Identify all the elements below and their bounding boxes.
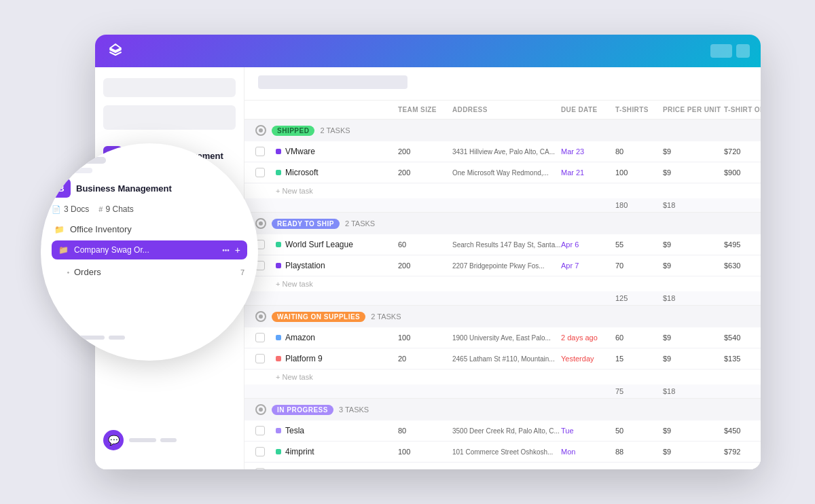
table-row[interactable]: Tesla 80 3500 Deer Creek Rd, Palo Alto, … [244,420,761,442]
subtotal-tshirts: 75 [615,387,663,395]
cell-tshirts: 15 [615,355,663,363]
table-row[interactable]: Amazon 100 1900 University Ave, East Pal… [244,327,761,348]
topbar-button-1[interactable] [710,44,732,58]
status-pill: READY TO SHIP [272,219,340,229]
table-row[interactable]: 4imprint 100 101 Commerce Street Oshkosh… [244,442,761,463]
cell-duedate: 2 days ago [561,334,615,342]
content-header [244,67,761,101]
subtotal-tshirts: 125 [615,294,663,302]
cell-total: $720 [724,147,761,156]
row-company-name: Playstation [285,261,325,270]
subtotal-row: 75 $18 [244,384,761,399]
bottom-line-1 [129,438,156,442]
topbar-button-2[interactable] [736,44,750,58]
tasks-count: 2 TASKS [320,126,350,134]
table-header: TEAM SIZE ADDRESS DUE DATE T-SHIRTS PRIC… [244,101,761,120]
sidebar-avatar [103,105,236,130]
section-toggle[interactable] [255,218,266,229]
cell-duedate: Mon [561,448,615,456]
color-dot [276,335,281,340]
new-task-row[interactable]: + New task [244,370,761,384]
col-price: PRICE PER UNIT [663,106,724,113]
new-task-row[interactable]: + New task [244,183,761,198]
row-name-cell: Amazon [276,333,398,342]
status-pill: SHIPPED [272,126,314,136]
cell-tshirts: 55 [615,240,663,249]
cell-total: $495 [724,240,761,249]
subtotal-row: 180 $18 [244,198,761,213]
col-name [276,106,398,113]
table-container[interactable]: TEAM SIZE ADDRESS DUE DATE T-SHIRTS PRIC… [244,101,761,469]
cell-teamsize: 100 [398,334,452,342]
cell-address: 7007 Friars Rd #900B, San... [452,469,561,470]
table-row[interactable]: Playstation 200 2207 Bridgepointe Pkwy F… [244,255,761,276]
cell-duedate: Mar 23 [561,147,615,156]
new-task-row[interactable]: + New task [244,276,761,291]
section-header: READY TO SHIP 2 TASKS [244,213,761,234]
cell-address: 2465 Latham St #110, Mountain... [452,355,561,363]
tasks-count: 2 TASKS [345,219,375,228]
row-name-cell: 4imprint [276,447,398,456]
topbar-controls [710,44,750,58]
status-pill: WAITING ON SUPPLIES [272,312,365,322]
color-dot [276,356,281,361]
app-logo [106,41,125,60]
cell-address: 3431 Hillview Ave, Palo Alto, CA... [452,147,561,156]
cell-price: $9 [663,147,724,156]
chat-bubble-icon[interactable]: 💬 [103,430,124,450]
topbar [95,35,761,67]
row-checkbox[interactable] [255,468,265,469]
color-dot [276,170,281,175]
sidebar-search[interactable] [103,78,236,97]
section-header: SHIPPED 2 TASKS [244,120,761,141]
cell-tshirts: 60 [615,334,663,342]
section-header: IN PROGRESS 3 TASKS [244,399,761,420]
col-check [255,106,276,113]
section-ready-to-ship: READY TO SHIP 2 TASKS World Surf League … [244,213,761,306]
section-toggle[interactable] [255,125,266,136]
cell-teamsize: 20 [398,469,452,469]
cell-price: $9 [663,334,724,342]
table-row[interactable]: VMware 200 3431 Hillview Ave, Palo Alto,… [244,141,761,162]
color-dot [276,242,281,247]
cell-address: One Microsoft Way Redmond,... [452,168,561,177]
row-company-name: Platform 9 [285,354,323,363]
row-checkbox[interactable] [255,447,265,456]
cell-total: $540 [724,334,761,342]
cell-teamsize: 80 [398,427,452,435]
section-toggle[interactable] [255,404,266,415]
table-row[interactable]: Platform 9 20 2465 Latham St #110, Mount… [244,348,761,370]
row-company-name: VMware [285,147,315,156]
row-name-cell: Platform 9 [276,354,398,363]
cell-duedate: Apr 7 [561,262,615,270]
col-tshirts: T-SHIRTS [615,106,663,113]
bottom-line-2 [160,438,177,442]
cell-duedate: Yesterday [561,355,615,363]
cell-tshirts: 88 [615,448,663,456]
row-company-name: lululemon [285,468,320,469]
table-row[interactable]: World Surf League 60 Search Results 147 … [244,234,761,255]
cell-tshirts: 50 [615,427,663,435]
col-duedate: DUE DATE [561,106,615,113]
row-checkbox[interactable] [255,426,265,435]
row-name-cell: World Surf League [276,240,398,249]
cell-tshirts: 80 [615,147,663,156]
cell-price: $9 [663,262,724,270]
cell-address: 3500 Deer Creek Rd, Palo Alto, C... [452,427,561,435]
subtotal-price: $18 [663,294,724,302]
color-dot [276,149,281,154]
row-checkbox[interactable] [255,168,265,177]
cell-duedate: Apr 6 [561,240,615,249]
cell-price: $9 [663,469,724,469]
row-checkbox[interactable] [255,147,265,156]
row-checkbox[interactable] [255,333,265,342]
cell-teamsize: 60 [398,240,452,249]
row-company-name: Microsoft [285,168,319,177]
row-name-cell: Playstation [276,261,398,270]
bottom-lines [129,438,177,442]
cell-duedate: Tue [561,427,615,435]
table-row[interactable]: lululemon 20 7007 Friars Rd #900B, San..… [244,463,761,469]
row-checkbox[interactable] [255,354,265,363]
table-row[interactable]: Microsoft 200 One Microsoft Way Redmond,… [244,162,761,183]
section-toggle[interactable] [255,311,266,322]
